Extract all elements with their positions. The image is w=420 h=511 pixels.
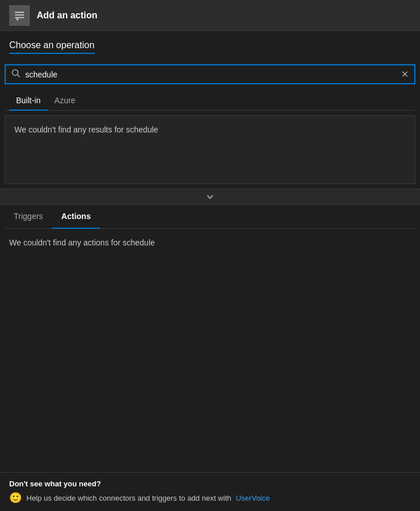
search-icon (11, 69, 21, 80)
top-no-results-message: We couldn't find any results for schedul… (14, 125, 158, 134)
collapse-bar[interactable] (0, 189, 420, 205)
choose-operation-section: Choose an operation (0, 31, 420, 57)
footer-body: 🙂 Help us decide which connectors and tr… (9, 492, 411, 504)
bottom-tabs: Triggers Actions (5, 205, 415, 229)
bottom-no-results-message: We couldn't find any actions for schedul… (9, 238, 155, 247)
tab-built-in[interactable]: Built-in (9, 91, 48, 111)
top-tabs: Built-in Azure (5, 91, 415, 111)
header-icon (9, 5, 30, 26)
uservoice-link[interactable]: UserVoice (236, 494, 270, 502)
bottom-results-panel: We couldn't find any actions for schedul… (5, 229, 415, 256)
svg-rect-1 (15, 17, 25, 18)
tab-triggers[interactable]: Triggers (5, 205, 52, 229)
footer-body-text: Help us decide which connectors and trig… (26, 494, 231, 502)
header-title: Add an action (37, 10, 98, 21)
svg-rect-2 (15, 11, 25, 13)
svg-point-3 (17, 18, 19, 20)
search-clear-button[interactable]: ✕ (401, 69, 409, 80)
footer-title: Don't see what you need? (9, 479, 411, 488)
search-input[interactable] (25, 70, 401, 79)
smiley-icon: 🙂 (9, 492, 22, 504)
top-results-panel: We couldn't find any results for schedul… (5, 115, 415, 184)
tab-azure[interactable]: Azure (48, 91, 83, 111)
bottom-section: Triggers Actions We couldn't find any ac… (0, 205, 420, 256)
svg-line-5 (18, 75, 20, 77)
chevron-down-icon (205, 192, 215, 201)
tab-actions[interactable]: Actions (52, 205, 100, 229)
search-container: ✕ (5, 64, 415, 84)
header: Add an action (0, 0, 420, 31)
svg-rect-0 (15, 14, 25, 15)
choose-operation-label: Choose an operation (9, 40, 95, 54)
footer: Don't see what you need? 🙂 Help us decid… (0, 472, 420, 511)
